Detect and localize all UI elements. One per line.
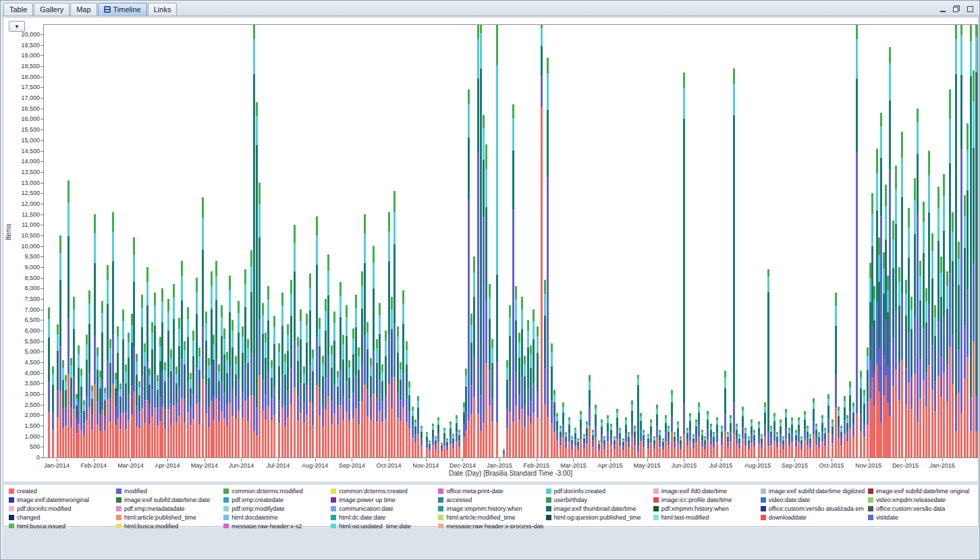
y-axis-tick-mark	[40, 373, 43, 374]
y-axis-tick-mark	[40, 320, 43, 320]
legend-item: image:power up time	[331, 496, 435, 503]
timeline-chart-canvas[interactable]	[44, 25, 977, 457]
tab-table[interactable]: Table	[3, 3, 33, 16]
legend-swatch-icon	[331, 506, 336, 511]
legend-item: html:last-modified	[653, 513, 758, 521]
legend-swatch-icon	[116, 497, 121, 503]
x-axis-tick-mark	[499, 459, 500, 461]
legend-item: pdf:xmp:modifydate	[223, 505, 328, 512]
x-axis-tick-label: Jul-2015	[701, 462, 741, 469]
legend-swatch-icon	[331, 515, 336, 520]
y-axis-tick-label: 13,500	[3, 169, 40, 175]
x-axis-tick-mark	[869, 459, 869, 461]
chevron-down-icon: ▾	[16, 23, 19, 30]
x-axis-tick-label: Sep-2014	[331, 462, 372, 469]
legend-swatch-icon	[438, 488, 443, 494]
y-axis-tick-label: 19,500	[3, 42, 40, 49]
legend-swatch-icon	[116, 515, 121, 520]
legend-item: image:exif thumbnail:date/time	[546, 505, 651, 512]
tab-gallery[interactable]: Gallery	[34, 3, 70, 16]
y-axis-tick-label: 20,000	[3, 31, 40, 38]
restore-window-button[interactable]	[952, 4, 960, 12]
x-axis-tick-label: Nov-2015	[848, 462, 889, 469]
y-axis-tick-mark	[40, 172, 43, 173]
legend-label: html:dc:date:date	[339, 514, 385, 521]
y-axis-tick-label: 16,500	[3, 105, 40, 112]
chart-legend: createdmodifiedcommon:dcterms:modifiedco…	[9, 487, 973, 530]
legend-swatch-icon	[868, 506, 873, 511]
legend-swatch-icon	[223, 506, 229, 511]
legend-swatch-icon	[116, 488, 121, 494]
y-axis-tick-mark	[40, 278, 43, 279]
legend-swatch-icon	[761, 497, 766, 503]
y-axis-tick-label: 11,000	[3, 221, 40, 228]
legend-label: image:xmpmm:history:when	[446, 505, 522, 512]
chart-options-dropdown-button[interactable]: ▾	[9, 21, 25, 32]
legend-item: pdf:xmp:createdate	[223, 496, 328, 503]
y-axis-tick-mark	[40, 331, 43, 331]
minimize-window-button[interactable]	[939, 4, 947, 12]
x-axis-tick-mark	[794, 459, 795, 461]
legend-label: image:exif thumbnail:date/time	[554, 505, 636, 512]
legend-swatch-icon	[223, 488, 229, 494]
y-axis-tick-label: 9,500	[3, 253, 40, 260]
legend-label: common:dcterms:created	[339, 488, 408, 495]
x-axis-tick-label: Aug-2014	[295, 462, 335, 469]
legend-label: office:meta:print-date	[446, 488, 503, 495]
tab-label: Links	[154, 5, 171, 13]
tab-timeline[interactable]: Timeline	[98, 3, 147, 16]
y-axis-tick-mark	[40, 119, 43, 119]
legend-swatch-icon	[438, 497, 443, 503]
legend-item: html:article:published_time	[116, 513, 221, 521]
legend-label: html:og:question:published_time	[554, 514, 641, 521]
tab-map[interactable]: Map	[70, 3, 97, 16]
y-axis-tick-mark	[40, 267, 43, 268]
y-axis-tick-label: 4,500	[3, 359, 40, 366]
x-axis-tick-label: Oct-2015	[811, 462, 852, 469]
tab-links[interactable]: Links	[148, 3, 178, 16]
x-axis-tick-label: Jan-2015	[479, 462, 520, 469]
x-axis-tick-label: May-2014	[184, 462, 225, 469]
legend-swatch-icon	[223, 497, 229, 503]
tab-label: Gallery	[40, 5, 63, 13]
legend-item: accessed	[438, 496, 543, 503]
x-axis-tick-mark	[389, 459, 389, 461]
restore-icon	[953, 5, 960, 12]
chart-plot-area[interactable]	[43, 24, 978, 458]
legend-item: video:date:date	[761, 496, 865, 503]
y-axis-tick-mark	[40, 225, 43, 225]
chart-legend-panel: createdmodifiedcommon:dcterms:modifiedco…	[3, 484, 979, 527]
y-axis-tick-label: 0	[3, 454, 40, 461]
x-axis-tick-mark	[205, 459, 205, 461]
y-axis-tick-label: 10,500	[3, 232, 40, 239]
x-axis-tick-mark	[462, 459, 463, 461]
legend-item: html:article:modified_time	[438, 513, 543, 521]
y-axis-tick-label: 2,000	[3, 412, 40, 418]
legend-swatch-icon	[653, 506, 659, 511]
legend-item: office:meta:print-date	[438, 487, 543, 495]
x-axis-tick-mark	[241, 459, 242, 461]
y-axis-tick-label: 5,500	[3, 338, 40, 345]
legend-label: pdf:xmp:metadatadate	[124, 505, 185, 512]
x-axis-tick-mark	[573, 459, 574, 461]
legend-swatch-icon	[546, 506, 551, 511]
legend-swatch-icon	[546, 515, 551, 520]
y-axis-tick-mark	[40, 87, 43, 88]
x-axis-tick-label: Jan-2014	[36, 462, 77, 469]
legend-item: html:dc:date:date	[331, 513, 435, 521]
y-axis-tick-label: 13,000	[3, 179, 40, 186]
legend-item: image:icc:profile date/time	[653, 496, 758, 503]
y-axis-tick-label: 4,000	[3, 370, 40, 376]
bottom-spacer	[3, 528, 979, 559]
y-axis-tick-mark	[40, 341, 43, 342]
x-axis-tick-label: Jun-2015	[663, 462, 704, 469]
x-axis-tick-label: Mar-2015	[553, 462, 593, 469]
maximize-window-button[interactable]	[966, 4, 974, 12]
y-axis-tick-mark	[40, 310, 43, 310]
app-window: Table Gallery Map Timeline Links ▾ Items…	[0, 0, 980, 560]
legend-item: common:dcterms:modified	[223, 487, 328, 495]
legend-swatch-icon	[761, 515, 766, 520]
x-axis-tick-label: Jan-2016	[922, 462, 962, 469]
y-axis-tick-mark	[40, 109, 43, 109]
legend-swatch-icon	[223, 515, 229, 520]
